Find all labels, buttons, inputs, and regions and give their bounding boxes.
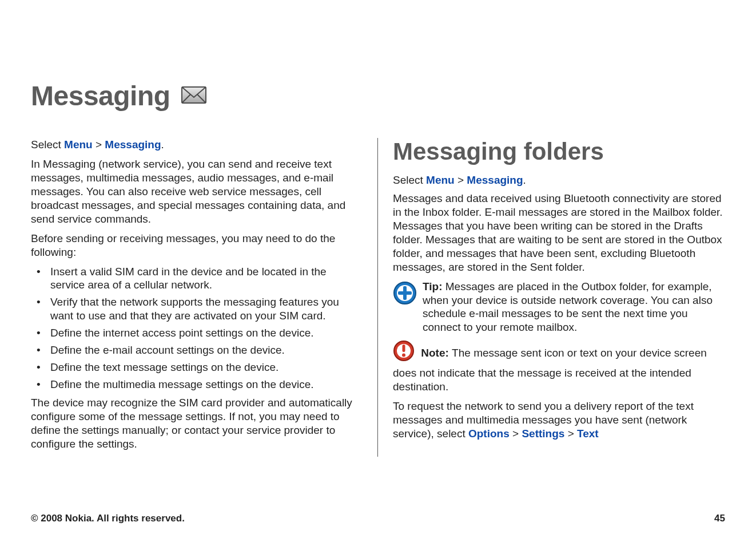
list-item: Define the text message settings on the … xyxy=(31,361,363,374)
left-select-line: Select Menu > Messaging. xyxy=(31,138,363,152)
nav-text: Text xyxy=(577,428,599,440)
page-title: Messaging xyxy=(31,80,170,112)
nav-sep: > xyxy=(455,174,467,186)
nav-messaging: Messaging xyxy=(105,139,161,151)
tip-label: Tip: xyxy=(423,280,442,292)
right-para-delivery: To request the network to send you a del… xyxy=(393,399,725,441)
nav-menu: Menu xyxy=(426,174,455,186)
list-item: Define the e-mail account settings on th… xyxy=(31,343,363,357)
nav-messaging: Messaging xyxy=(467,174,523,186)
note-block: Note: The message sent icon or text on y… xyxy=(393,341,725,394)
text-select-suffix: . xyxy=(161,139,164,151)
tip-text: Messages are placed in the Outbox folder… xyxy=(423,280,713,334)
svg-rect-7 xyxy=(403,345,405,352)
svg-point-8 xyxy=(402,354,405,357)
nav-sep: > xyxy=(510,428,522,440)
page-title-row: Messaging xyxy=(31,80,725,112)
list-item: Insert a valid SIM card in the device an… xyxy=(31,265,363,292)
nav-menu: Menu xyxy=(64,139,93,151)
footer-copyright: © 2008 Nokia. All rights reserved. xyxy=(31,513,185,524)
note-label: Note: xyxy=(421,347,452,359)
left-para-sim: The device may recognize the SIM card pr… xyxy=(31,396,363,451)
footer-page-number: 45 xyxy=(714,513,725,524)
nav-sep: > xyxy=(564,428,577,440)
tip-plus-icon xyxy=(393,280,417,307)
tip-block: Tip: Messages are placed in the Outbox f… xyxy=(393,280,725,335)
envelope-icon xyxy=(181,85,207,108)
page-footer: © 2008 Nokia. All rights reserved. 45 xyxy=(31,513,725,524)
right-select-line: Select Menu > Messaging. xyxy=(393,173,725,187)
list-item: Verify that the network supports the mes… xyxy=(31,295,363,323)
left-bullet-list: Insert a valid SIM card in the device an… xyxy=(31,265,363,392)
text-select-suffix: . xyxy=(523,174,526,186)
note-exclamation-icon xyxy=(393,340,415,365)
nav-settings: Settings xyxy=(522,428,564,440)
text-select-prefix: Select xyxy=(31,139,64,151)
columns: Select Menu > Messaging. In Messaging (n… xyxy=(31,138,725,457)
text-select-prefix: Select xyxy=(393,174,426,186)
nav-sep: > xyxy=(93,139,105,151)
list-item: Define the internet access point setting… xyxy=(31,326,363,340)
right-column: Messaging folders Select Menu > Messagin… xyxy=(378,138,725,457)
left-para-before: Before sending or receiving messages, yo… xyxy=(31,232,363,259)
left-para-intro: In Messaging (network service), you can … xyxy=(31,157,363,226)
tip-text-wrap: Tip: Messages are placed in the Outbox f… xyxy=(423,280,725,335)
section-title: Messaging folders xyxy=(393,138,725,165)
list-item: Define the multimedia message settings o… xyxy=(31,378,363,391)
left-column: Select Menu > Messaging. In Messaging (n… xyxy=(31,138,378,457)
right-para-folders: Messages and data received using Bluetoo… xyxy=(393,192,725,274)
nav-options: Options xyxy=(468,428,510,440)
svg-rect-4 xyxy=(398,291,412,295)
document-page: Messaging Select Menu > Messaging. xyxy=(0,0,756,546)
